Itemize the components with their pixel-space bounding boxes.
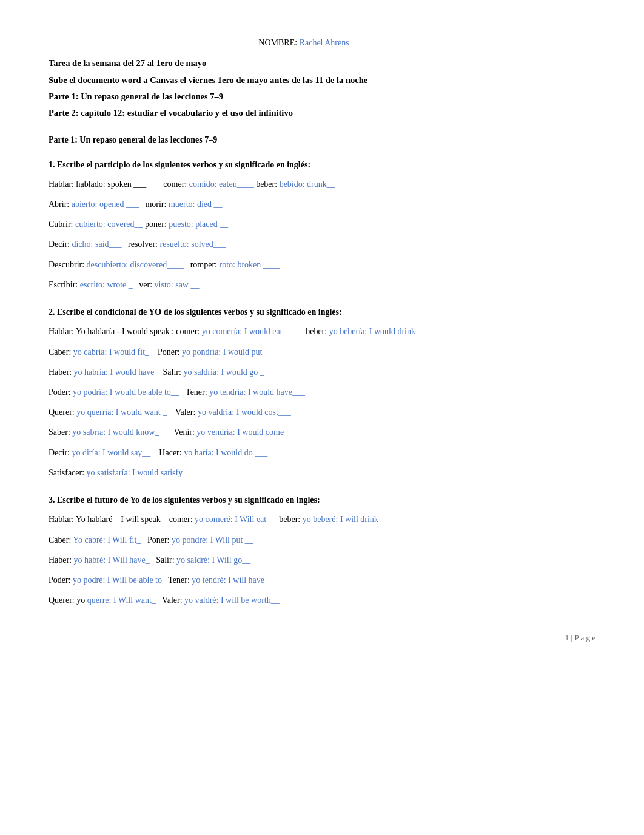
q2-title: 2. Escribe el condicional de YO de los s… <box>49 306 595 319</box>
header-block: Tarea de la semana del 27 al 1ero de may… <box>49 56 595 120</box>
q2-entry-8: Satisfacer: yo satisfaría: I would satis… <box>49 465 595 480</box>
q1-escribir-blue: escrito: wrote _ <box>80 280 133 289</box>
q1-decir-label: Decir: <box>49 240 72 249</box>
nombre-line: NOMBRE: Rachel Ahrens <box>49 36 595 50</box>
q2-querer-label: Querer: <box>49 407 76 417</box>
q3-caber-label: Caber: <box>49 535 73 545</box>
q2-beber-label: beber: <box>304 327 329 336</box>
q1-poner-label: poner: <box>143 220 169 229</box>
q2-caber-label: Caber: <box>49 347 73 357</box>
q2-decir-blue: yo diría: I would say__ <box>72 448 150 457</box>
q2-haber-blue: yo habría: I would have <box>74 367 155 377</box>
q3-poner-blue: yo pondré: I Will put __ <box>172 535 253 545</box>
q2-venir-blue: yo vendría: I would come <box>196 428 284 437</box>
q2-poner-blue: yo pondría: I would put <box>182 347 262 357</box>
q1-entry-5: Descubrir: descubierto: discovered____ r… <box>49 257 595 272</box>
q2-hacer-label: Hacer: <box>150 448 184 457</box>
q3-entry-1: Hablar: Yo hablaré – I will speak comer:… <box>49 512 595 527</box>
q1-beber-blue: bebido: drunk__ <box>280 179 335 189</box>
nombre-value: Rachel Ahrens <box>300 38 349 47</box>
q2-haber-label: Haber: <box>49 367 74 377</box>
q2-poner-label: Poner: <box>149 347 182 357</box>
q3-poder-label: Poder: <box>49 575 73 585</box>
q3-querer-label: Querer: yo <box>49 595 87 605</box>
q3-caber-blue: Yo cabré: I Will fit_ <box>73 535 141 545</box>
header-line3: Parte 1: Un repaso general de las leccio… <box>49 90 595 104</box>
page-number: 1 <box>565 633 569 642</box>
q3-valer-blue: yo valdré: I will be worth__ <box>184 595 280 605</box>
q1-escribir-label: Escribir: <box>49 280 80 289</box>
q3-entry-4: Poder: yo podré: I Will be able to Tener… <box>49 572 595 588</box>
q2-entry-2: Caber: yo cabría: I would fit_ Poner: yo… <box>49 344 595 360</box>
q2-valer-label: Valer: <box>167 407 198 417</box>
q1-descubrir-label: Descubrir: <box>49 260 87 269</box>
q1-ver-label: ver: <box>133 280 155 289</box>
nombre-label: NOMBRE: <box>258 38 297 47</box>
page-footer: 1 | P a g e <box>49 632 595 645</box>
q3-beber-blue: yo beberé: I will drink_ <box>303 515 383 524</box>
q2-salir-blue: yo saldría: I would go _ <box>183 367 264 377</box>
q2-entry-5: Querer: yo querría: I would want _ Valer… <box>49 404 595 420</box>
q2-comer-blue: yo comería: I would eat_____ <box>202 327 304 336</box>
q1-beber-label: beber: <box>254 179 280 189</box>
q2-hacer-blue: yo haría: I would do ___ <box>184 448 267 457</box>
q1-descubrir-blue: descubierto: discovered____ <box>87 260 184 269</box>
q2-satisfacer-label: Satisfacer: <box>49 468 87 477</box>
q3-poner-label: Poner: <box>141 535 172 545</box>
q3-tener-blue: yo tendré: I will have <box>192 575 264 585</box>
q2-beber-blue: yo bebería: I would drink _ <box>329 327 422 336</box>
q1-poner-blue: puesto: placed __ <box>169 220 228 229</box>
q3-hablar-label: Hablar: Yo hablaré – I will speak comer: <box>49 515 195 524</box>
q2-querer-blue: yo querría: I would want _ <box>76 407 167 417</box>
q1-decir-blue: dicho: said___ <box>72 240 121 249</box>
q3-haber-label: Haber: <box>49 555 74 565</box>
q2-tener-blue: yo tendría: I would have___ <box>209 387 305 397</box>
q1-morir-blue: muerto: died __ <box>169 200 223 209</box>
q1-abrir-label: Abrir: <box>49 200 72 209</box>
q1-entry-4: Decir: dicho: said___ resolver: resuelto… <box>49 236 595 252</box>
q1-resolver-label: resolver: <box>122 240 160 249</box>
q2-salir-label: Salir: <box>155 367 184 377</box>
q3-entry-2: Caber: Yo cabré: I Will fit_ Poner: yo p… <box>49 532 595 548</box>
q2-hablar-label: Hablar: Yo hablaría - I would speak : co… <box>49 327 202 336</box>
q3-title: 3. Escribe el futuro de Yo de los siguie… <box>49 494 595 507</box>
q2-entry-7: Decir: yo diría: I would say__ Hacer: yo… <box>49 445 595 460</box>
q1-title: 1. Escribe el participio de los siguient… <box>49 158 595 172</box>
page-label: P a g e <box>574 633 595 642</box>
q3-poder-blue: yo podré: I Will be able to <box>73 575 162 585</box>
q3-entry-5: Querer: yo querré: I Will want_ Valer: y… <box>49 592 595 608</box>
header-line4: Parte 2: capítulo 12: estudiar el vocabu… <box>49 106 595 120</box>
q3-tener-label: Tener: <box>162 575 192 585</box>
q1-resolver-blue: resuelto: solved___ <box>160 240 226 249</box>
q3-querer-blue: querré: I Will want_ <box>87 595 156 605</box>
q1-comer-blue: comido: eaten____ <box>189 179 254 189</box>
q1-romper-blue: roto: broken ____ <box>219 260 280 269</box>
q2-decir-label: Decir: <box>49 448 72 457</box>
q3-beber-label: beber: <box>277 515 303 524</box>
q1-ver-blue: visto: saw __ <box>155 280 200 289</box>
q2-saber-blue: yo sabría: I would know_ <box>72 428 159 437</box>
q1-entry-2: Abrir: abierto: opened ___ morir: muerto… <box>49 196 595 212</box>
q1-romper-label: romper: <box>184 260 219 269</box>
q1-cubrir-label: Cubrir: <box>49 220 75 229</box>
header-line2: Sube el documento word a Canvas el viern… <box>49 73 595 87</box>
q3-salir-blue: yo saldré: I Will go__ <box>176 555 250 565</box>
q3-entry-3: Haber: yo habré: I Will have_ Salir: yo … <box>49 552 595 568</box>
q3-valer-label: Valer: <box>156 595 184 605</box>
q2-poder-blue: yo podría: I would be able to__ <box>73 387 179 397</box>
header-line1: Tarea de la semana del 27 al 1ero de may… <box>49 56 595 70</box>
q2-entry-6: Saber: yo sabría: I would know_ Venir: y… <box>49 424 595 440</box>
q1-cubrir-blue: cubierto: covered__ <box>75 220 143 229</box>
q1-entry-3: Cubrir: cubierto: covered__ poner: puest… <box>49 216 595 232</box>
q2-saber-label: Saber: <box>49 428 72 437</box>
q2-entry-3: Haber: yo habría: I would have Salir: yo… <box>49 364 595 380</box>
q2-entry-1: Hablar: Yo hablaría - I would speak : co… <box>49 324 595 339</box>
q3-haber-blue: yo habré: I Will have_ <box>74 555 150 565</box>
q1-entry-6: Escribir: escrito: wrote _ ver: visto: s… <box>49 277 595 292</box>
q2-poder-label: Poder: <box>49 387 73 397</box>
parte1-title: Parte 1: Un repaso general de las leccio… <box>49 133 595 147</box>
q2-satisfacer-blue: yo satisfaría: I would satisfy <box>87 468 183 477</box>
q2-valer-blue: yo valdría: I would cost___ <box>198 407 291 417</box>
q1-hablar-label: Hablar: hablado: spoken ___ comer: <box>49 179 189 189</box>
q3-comer-blue: yo comeré: I Will eat __ <box>195 515 277 524</box>
